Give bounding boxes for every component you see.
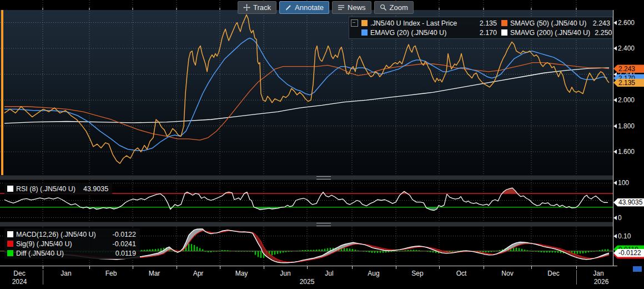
news-button[interactable]: News <box>332 1 371 14</box>
left-edge-highlight-bar <box>1 10 3 175</box>
zoom-button-label: Zoom <box>390 3 408 12</box>
month-label: Mar <box>149 270 160 277</box>
axis-tick-arrow-icon <box>613 98 617 102</box>
right-price-axis: 2.6002.4002.2002.0001.8001.60010000.100.… <box>613 0 644 266</box>
smavg200-swatch <box>501 29 507 36</box>
panel-resize-separator[interactable] <box>0 222 613 227</box>
time-axis-tick <box>531 266 532 269</box>
rsi-axis-label: 100 <box>613 179 629 187</box>
track-button-label: Track <box>253 3 271 12</box>
macd-legend[interactable]: MACD(12,26) (.JN5/40 U) -0.0122 Sig(9) (… <box>4 228 140 259</box>
time-axis-tick <box>439 266 440 269</box>
rsi-legend[interactable]: RSI (8) (.JN5/40 U) 43.9035 <box>4 183 112 195</box>
axis-tick-arrow-icon <box>613 150 617 154</box>
annotate-button-label: Annotate <box>295 3 324 12</box>
axis-tick-arrow-icon <box>613 181 617 185</box>
macd-value-tag: -0.0122 <box>613 249 644 257</box>
legend-item-emavg20[interactable]: EMAVG (20) (.JN5/40 U) 2.170 <box>361 28 497 37</box>
month-label: Nov <box>501 270 513 277</box>
annotate-pencil-icon <box>285 4 292 11</box>
macd-legend-label: MACD(12,26) (.JN5/40 U) <box>16 231 96 238</box>
legend-value: 2.243 <box>588 19 610 27</box>
panel-resize-separator[interactable] <box>0 175 613 180</box>
rsi-axis-label: 0 <box>613 214 622 222</box>
zoom-button[interactable]: Zoom <box>374 1 414 14</box>
time-axis-tick <box>264 266 264 269</box>
year-label: 2025 <box>300 278 315 286</box>
price-axis-label: 1.600 <box>613 148 635 156</box>
panel-resize-handle[interactable] <box>316 176 331 180</box>
month-label: Feb <box>105 270 117 277</box>
rsi-legend-label: RSI (8) (.JN5/40 U) <box>16 185 76 193</box>
axis-tick-arrow-icon <box>613 216 617 220</box>
year-label: 2024 <box>12 278 27 286</box>
legend-item-smavg200[interactable]: SMAVG (200) (.JN5/40 U) 2.250 <box>501 28 610 37</box>
time-axis-tick <box>352 266 353 269</box>
month-label: Sep <box>411 270 423 277</box>
terminal-chart-window: Track Annotate News Zoom <box>0 0 644 289</box>
price-value-tag: 2.243 <box>613 64 644 73</box>
month-label: May <box>235 270 248 277</box>
time-axis: DecJanFebMarAprMayJunJulAugSepOctNovDecJ… <box>0 266 644 289</box>
emavg-swatch <box>361 29 368 36</box>
month-label: Jan <box>61 270 71 277</box>
legend-item-smavg50[interactable]: SMAVG (50) (.JN5/40 U) 2.243 <box>501 19 610 28</box>
track-button[interactable]: Track <box>238 1 276 14</box>
legend-value: 2.170 <box>475 29 497 37</box>
legend-item-last-price[interactable]: .JN5/40 U Index - Last Price 2.135 <box>361 19 497 28</box>
axis-tick-arrow-icon <box>613 124 617 128</box>
price-axis-label: 2.600 <box>613 19 635 27</box>
legend-label: .JN5/40 U Index - Last Price <box>370 19 457 27</box>
sig-swatch <box>7 241 13 247</box>
legend-value: 2.250 <box>590 29 612 37</box>
time-axis-tick <box>43 266 43 269</box>
year-label: 2026 <box>594 278 609 286</box>
legend-value: 2.135 <box>475 19 497 27</box>
legend-label: EMAVG (20) (.JN5/40 U) <box>370 29 446 37</box>
annotate-button[interactable]: Annotate <box>279 1 329 14</box>
sig-legend-label: Sig(9) (.JN5/40 U) <box>16 240 72 248</box>
zoom-magnifier-icon <box>380 4 387 11</box>
month-label: Apr <box>193 270 204 277</box>
rsi-value-tag: 43.9035 <box>613 198 644 207</box>
smavg50-swatch <box>501 20 507 26</box>
news-button-label: News <box>348 3 366 12</box>
axis-tick-arrow-icon <box>613 46 617 51</box>
legend-collapse-icon[interactable] <box>351 19 358 27</box>
price-axis-label: 1.800 <box>613 122 635 130</box>
time-axis-tick <box>89 266 90 269</box>
axis-tick-arrow-icon <box>613 234 617 238</box>
price-axis-label: 2.400 <box>613 44 635 52</box>
sig-legend-value: -0.0241 <box>105 240 136 248</box>
time-axis-tick <box>177 266 177 269</box>
time-axis-tick <box>396 266 396 269</box>
month-label: Dec <box>13 270 25 277</box>
time-axis-line <box>0 266 617 266</box>
legend-label: SMAVG (50) (.JN5/40 U) <box>510 19 586 27</box>
panel-resize-handle[interactable] <box>316 223 331 226</box>
month-label: Oct <box>456 270 467 277</box>
price-value-tag: 2.135 <box>613 78 644 87</box>
year-separator <box>43 270 43 285</box>
time-axis-tick <box>307 266 308 269</box>
main-chart-legend: .JN5/40 U Index - Last Price 2.135 EMAVG… <box>349 17 613 39</box>
legend-label: SMAVG (200) (.JN5/40 U) <box>510 29 590 37</box>
rsi-legend-value: 43.9035 <box>76 185 108 193</box>
month-label: Jul <box>325 270 333 277</box>
last-price-swatch <box>361 20 368 26</box>
month-label: Dec <box>547 270 559 277</box>
rsi-swatch <box>7 186 13 192</box>
time-axis-tick <box>576 266 577 269</box>
price-axis-label: 2.000 <box>613 96 635 104</box>
track-crosshair-icon <box>243 4 250 11</box>
diff-legend-label: Diff (.JN5/40 U) <box>16 250 64 257</box>
time-axis-tick <box>133 266 133 269</box>
axis-corner-indicator[interactable] <box>633 266 642 272</box>
news-lines-icon <box>338 4 345 11</box>
diff-legend-value: 0.0119 <box>108 250 136 257</box>
time-axis-tick <box>484 266 484 269</box>
month-label: Aug <box>368 270 379 277</box>
time-axis-tick <box>220 266 220 269</box>
diff-swatch <box>7 250 13 256</box>
macd-axis-label: 0.10 <box>613 232 631 240</box>
